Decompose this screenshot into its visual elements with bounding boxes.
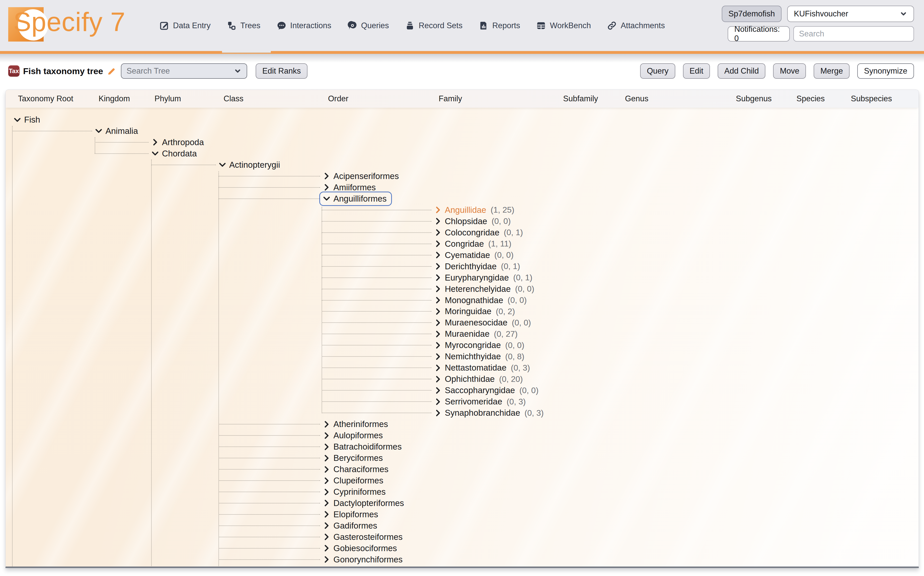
nav-item-reports[interactable]: Reports [478, 21, 520, 31]
chevron-collapsed-icon[interactable] [323, 432, 330, 439]
chevron-collapsed-icon[interactable] [435, 376, 441, 382]
chevron-collapsed-icon[interactable] [435, 387, 441, 394]
tree-node-fish[interactable]: Fish [10, 113, 45, 127]
query-button[interactable]: Query [640, 63, 675, 79]
chevron-collapsed-icon[interactable] [435, 263, 441, 270]
chevron-expanded-icon[interactable] [323, 195, 330, 202]
chevron-collapsed-icon[interactable] [323, 545, 330, 552]
main-nav: Data Entry Trees Interactions Queries Re… [159, 0, 665, 51]
active-tab-indicator [222, 51, 271, 53]
header-shadow [0, 54, 924, 62]
chevron-collapsed-icon[interactable] [323, 477, 330, 484]
chevron-expanded-icon[interactable] [219, 161, 226, 168]
tree-connector-line [218, 198, 320, 199]
collection-select[interactable]: KUFishvoucher [787, 6, 914, 22]
chevron-collapsed-icon[interactable] [435, 319, 441, 326]
node-name: Ophichthidae [445, 374, 495, 384]
chevron-collapsed-icon[interactable] [323, 443, 330, 450]
nav-item-data-entry[interactable]: Data Entry [159, 21, 210, 31]
notifications-button[interactable]: Notifications: 0 [728, 26, 790, 42]
nav-item-attachments[interactable]: Attachments [607, 21, 665, 31]
chevron-collapsed-icon[interactable] [435, 297, 441, 304]
search-tree-select[interactable]: Search Tree [121, 63, 247, 79]
specify-logo[interactable]: Specify 7 [8, 5, 128, 43]
chevron-collapsed-icon[interactable] [435, 342, 441, 349]
chevron-collapsed-icon[interactable] [435, 285, 441, 292]
node-name: Monognathidae [445, 296, 503, 305]
tree-node-actinopterygii[interactable]: Actinopterygii [215, 158, 286, 172]
chevron-collapsed-icon[interactable] [435, 410, 441, 416]
chevron-expanded-icon[interactable] [95, 128, 102, 134]
chevron-collapsed-icon[interactable] [323, 488, 330, 496]
chevron-collapsed-icon[interactable] [323, 499, 330, 507]
add-child-button[interactable]: Add Child [718, 63, 765, 79]
node-name: Elopiformes [334, 510, 378, 519]
chevron-collapsed-icon[interactable] [435, 331, 441, 338]
chevron-collapsed-icon[interactable] [323, 466, 330, 473]
column-header-subgenus: Subgenus [736, 90, 772, 108]
node-name: Clupeiformes [334, 476, 383, 485]
node-name: Beryciformes [334, 453, 383, 463]
nav-label: Queries [361, 21, 389, 30]
tree-node-anguilliformes[interactable]: Anguilliformes [319, 192, 392, 206]
chevron-collapsed-icon[interactable] [152, 139, 159, 146]
merge-button[interactable]: Merge [813, 63, 850, 79]
edit-title-pencil-icon[interactable] [106, 66, 116, 76]
chevron-collapsed-icon[interactable] [435, 398, 441, 405]
collection-selected-value: KUFishvoucher [794, 9, 848, 18]
tree-node-animalia[interactable]: Animalia [91, 124, 143, 138]
tree-connector-line [322, 413, 432, 413]
chevron-collapsed-icon[interactable] [435, 251, 441, 259]
node-name: Muraenesocidae [445, 318, 507, 328]
chevron-collapsed-icon[interactable] [323, 522, 330, 529]
tree-connector-line [218, 187, 320, 188]
node-count: (0, 2) [496, 307, 515, 316]
tree-connector-line [218, 424, 320, 424]
nav-item-trees[interactable]: Trees [226, 21, 260, 31]
global-search-input[interactable] [793, 26, 914, 42]
nav-label: Data Entry [173, 21, 210, 30]
chevron-expanded-icon[interactable] [14, 117, 21, 123]
node-count: (0, 0) [519, 386, 539, 395]
chevron-collapsed-icon[interactable] [435, 218, 441, 225]
user-button[interactable]: Sp7demofish [722, 6, 781, 22]
tree-node-synaphobranchidae[interactable]: Synaphobranchidae(0, 3) [431, 406, 549, 420]
chevron-collapsed-icon[interactable] [435, 274, 441, 281]
chevron-collapsed-icon[interactable] [323, 173, 330, 179]
chevron-collapsed-icon[interactable] [435, 206, 441, 213]
nav-item-queries[interactable]: Queries [347, 21, 389, 31]
tree-node-chordata[interactable]: Chordata [148, 146, 202, 161]
chevron-collapsed-icon[interactable] [323, 511, 330, 518]
node-name: Synaphobranchidae [445, 408, 520, 418]
chevron-collapsed-icon[interactable] [323, 455, 330, 462]
node-name: Amiiformes [334, 182, 376, 192]
chevron-collapsed-icon[interactable] [435, 353, 441, 360]
column-header-order: Order [328, 90, 348, 108]
node-count: (0, 1) [501, 262, 520, 271]
chevron-collapsed-icon[interactable] [323, 556, 330, 563]
nav-item-record-sets[interactable]: Record Sets [405, 21, 462, 31]
tree-connector-line [218, 446, 320, 447]
node-name: Animalia [106, 126, 138, 136]
move-button[interactable]: Move [773, 63, 806, 79]
nav-item-interactions[interactable]: Interactions [276, 21, 331, 31]
column-header-phylum: Phylum [154, 90, 181, 108]
trees-icon [226, 21, 237, 31]
chevron-collapsed-icon[interactable] [323, 421, 330, 428]
tree-node-gonorynchiformes[interactable]: Gonorynchiformes [319, 552, 408, 567]
chevron-collapsed-icon[interactable] [435, 365, 441, 371]
tree-connector-line [322, 334, 432, 334]
synonymize-button[interactable]: Synonymize [857, 63, 914, 79]
chevron-expanded-icon[interactable] [152, 150, 159, 157]
chevron-collapsed-icon[interactable] [435, 240, 441, 247]
chevron-collapsed-icon[interactable] [435, 308, 441, 315]
chevron-collapsed-icon[interactable] [323, 184, 330, 191]
edit-ranks-button[interactable]: Edit Ranks [256, 63, 308, 79]
nav-item-workbench[interactable]: WorkBench [536, 21, 591, 31]
chevron-collapsed-icon[interactable] [323, 533, 330, 540]
nav-label: WorkBench [550, 21, 591, 30]
rank-column-headers: Taxonomy RootKingdomPhylumClassOrderFami… [6, 90, 919, 108]
edit-button[interactable]: Edit [683, 63, 710, 79]
chevron-collapsed-icon[interactable] [435, 229, 441, 236]
nav-label: Reports [492, 21, 520, 30]
